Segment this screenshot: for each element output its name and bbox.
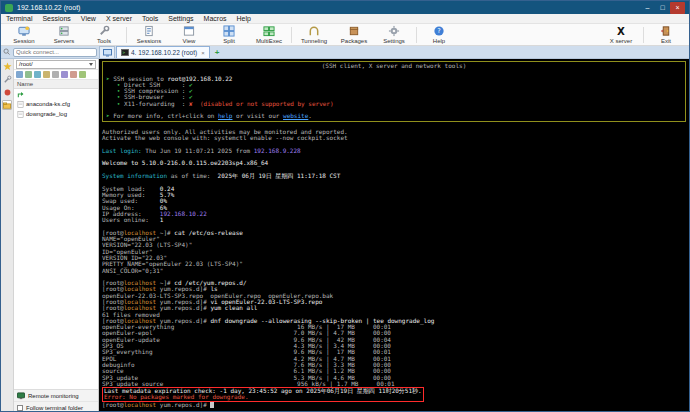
terminal[interactable]: (SSH client, X server and network tools)… [99,59,689,412]
star-icon [3,62,12,71]
toolbar-button-multiexec[interactable]: MultiExec [249,25,289,44]
up-arrow-icon [17,91,24,98]
terminal-text: SP3_update_source 956 kB/s | 1.7 MB 00:0… [102,380,395,387]
main-content: /root/ Name anacon [1,59,689,412]
terminal-text: (SSH client, X server and network tools) [322,62,467,69]
view-icon [183,25,195,37]
tab-active-session[interactable]: > 4. 192.168.10.22 (root) × [116,46,210,58]
menu-settings[interactable]: Settings [163,14,198,24]
mobaxterm-window: 192.168.10.22 (root) – □ × Terminal Sess… [0,0,690,412]
folder-icon [3,101,11,110]
terminal-line: ➤ For more info, ctrl+click on help or v… [106,113,682,119]
terminal-text: cat /etc/os-release [174,229,243,236]
tunneling-icon [308,25,320,37]
toolbar-separator [126,27,127,43]
toolbar-button-sessions[interactable]: Sessions [129,25,169,44]
toolbar-button-help[interactable]: ? Help [419,25,459,44]
sync-icon[interactable] [79,71,86,78]
session-list-tab[interactable] [99,46,115,58]
terminal-text: 192.168.10.22 [160,210,207,217]
terminal-text: Welcome to 5.10.0-216.0.0.115.oe2203sp4.… [102,159,268,166]
toolbar-separator [291,27,292,43]
wrench-icon [3,75,12,84]
menu-x-server[interactable]: X server [101,14,137,24]
tab-close-icon[interactable]: × [201,50,205,56]
file-list-header[interactable]: Name [14,80,98,89]
sidebar-tab-tools[interactable] [2,74,12,84]
svg-text:X: X [617,26,625,37]
menu-view[interactable]: View [76,14,101,24]
toolbar-button-session[interactable]: Session [4,25,44,44]
sidebar-tab-sessions[interactable] [2,61,12,71]
sidebar-tab-macros[interactable] [2,87,12,97]
toolbar-button-split[interactable]: Split [209,25,249,44]
terminal-text: (disabled or not supported by server) [193,100,334,107]
menu-bar: Terminal Sessions View X server Tools Se… [1,14,689,24]
chevron-down-icon [89,63,93,66]
download-icon[interactable] [70,71,77,78]
new-tab-button[interactable]: + [211,46,224,58]
terminal-text: • [106,100,124,107]
tools-icon [98,25,110,37]
terminal-text: yum clean all [210,304,257,311]
terminal-text: as of time: [167,172,218,179]
name-column-label: Name [17,81,33,87]
refresh-icon[interactable] [34,71,41,78]
tab-bar: > 4. 192.168.10.22 (root) × + [97,46,689,58]
record-icon [3,88,12,97]
terminal-banner: (SSH client, X server and network tools)… [102,61,686,122]
follow-terminal-folder-option[interactable]: Follow terminal folder [14,401,98,412]
path-selector[interactable]: /root/ [16,60,96,69]
quick-connect-input[interactable] [13,48,97,57]
terminal-text: 192.168.9.228 [254,147,301,154]
menu-help[interactable]: Help [232,14,256,24]
terminal-text: . [308,112,312,119]
monitor-icon [17,392,25,400]
file-row-anaconda[interactable]: anaconda-ks.cfg [14,99,98,109]
toolbar-button-exit[interactable]: Exit [646,25,686,44]
remote-monitoring-label: Remote monitoring [28,393,79,399]
remote-monitoring-button[interactable]: Remote monitoring [14,389,98,401]
terminal-text: For more info, ctrl+click on [110,112,218,119]
terminal-text: 1 [160,216,164,223]
terminal-link[interactable]: help [218,112,232,119]
terminal-text: Last login: [102,147,145,154]
toolbar-button-servers[interactable]: Servers [44,25,84,44]
terminal-text: yum.repos.d]# [156,401,210,408]
toolbar-button-view[interactable]: View [169,25,209,44]
new-folder-icon[interactable] [52,71,59,78]
minimize-button[interactable]: – [640,2,655,14]
terminal-tab-icon: > [121,49,129,56]
follow-terminal-folder-checkbox[interactable] [17,405,23,411]
title-bar[interactable]: 192.168.10.22 (root) – □ × [1,1,689,14]
sidebar-tab-strip [1,59,14,412]
servers-icon [58,25,70,37]
sftp-panel: /root/ Name anacon [14,59,99,412]
close-button[interactable]: × [670,2,685,14]
nav-up-icon[interactable] [25,71,32,78]
maximize-button[interactable]: □ [655,2,670,14]
terminal-text: or visit our [232,112,283,119]
file-row-downgrade-log[interactable]: downgrade_log [14,109,98,119]
sidebar-tab-sftp[interactable] [2,100,12,110]
menu-macros[interactable]: Macros [199,14,232,24]
toolbar-button-tunneling[interactable]: Tunneling [294,25,334,44]
terminal-line: [root@localhost yum.repos.d]# [102,402,689,408]
terminal-link[interactable]: website [283,112,308,119]
terminal-text: localhost [124,401,157,408]
toolbar-button-tools[interactable]: Tools [84,25,124,44]
menu-sessions[interactable]: Sessions [37,14,75,24]
home-tab-icon [103,49,112,57]
terminal-text: Activate the web console with: systemctl… [102,134,348,141]
toolbar-button-packages[interactable]: Packages [334,25,374,44]
file-icon [17,111,24,118]
nav-back-icon[interactable] [16,71,23,78]
menu-terminal[interactable]: Terminal [1,14,37,24]
home-icon[interactable] [43,71,50,78]
toolbar-separator [643,27,644,43]
toolbar-button-settings[interactable]: Settings [374,25,414,44]
menu-tools[interactable]: Tools [137,14,163,24]
toolbar-button-x-server[interactable]: X X server [601,25,641,44]
upload-icon[interactable] [61,71,68,78]
parent-dir-row[interactable] [14,89,98,99]
